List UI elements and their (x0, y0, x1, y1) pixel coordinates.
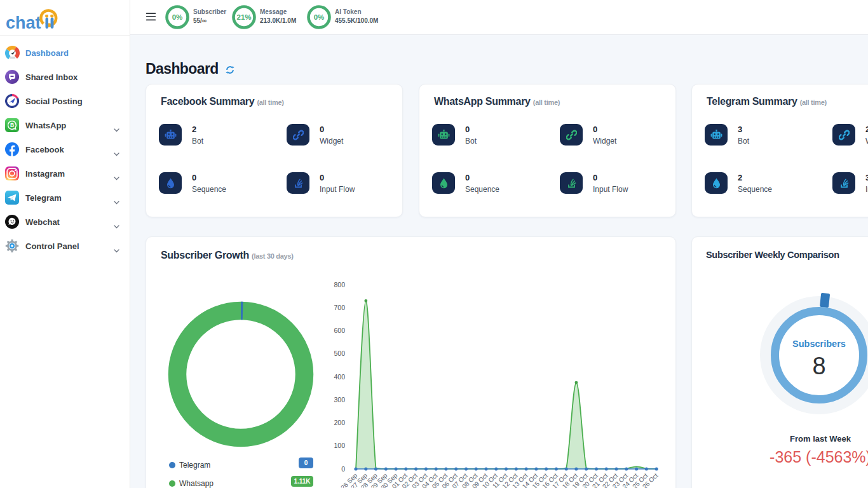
svg-text:From last Week: From last Week (790, 434, 851, 444)
svg-text:B: B (10, 122, 14, 128)
svg-text:0%: 0% (314, 13, 325, 21)
svg-text:500: 500 (334, 349, 345, 357)
svg-text:-365 (-4563%): -365 (-4563%) (770, 448, 868, 466)
svg-text:0%: 0% (172, 13, 183, 21)
svg-text:700: 700 (334, 304, 345, 311)
svg-text:200: 200 (334, 419, 345, 426)
svg-text:600: 600 (334, 327, 345, 334)
svg-text:800: 800 (334, 281, 345, 288)
svg-text:300: 300 (334, 396, 345, 403)
svg-text:100: 100 (334, 442, 345, 449)
svg-text:8: 8 (812, 353, 825, 379)
svg-text:400: 400 (334, 373, 345, 381)
svg-text:0: 0 (341, 465, 345, 473)
svg-text:chat: chat (6, 13, 41, 32)
svg-text:21%: 21% (236, 13, 251, 21)
svg-text:Subscribers: Subscribers (792, 339, 846, 349)
